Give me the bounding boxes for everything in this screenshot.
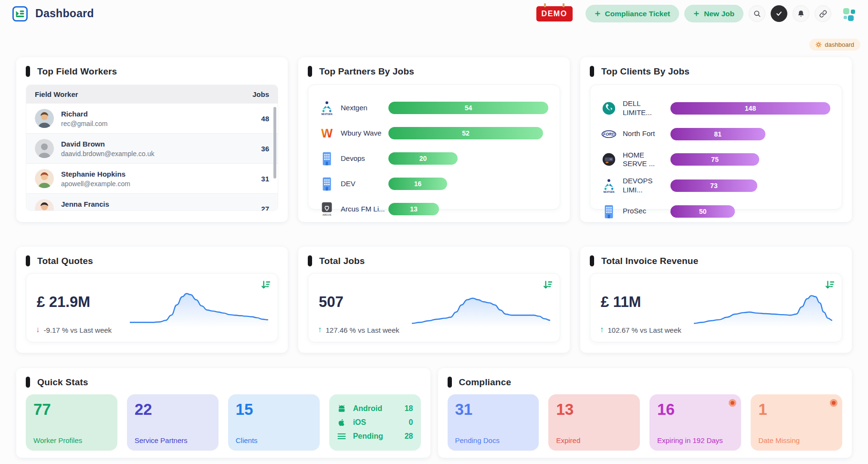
bar: 50 [670,205,735,218]
mobile-stats-tile[interactable]: Android 18 iOS 0 Pending 28 [329,394,421,451]
table-row[interactable]: Stephanie Hopkinsapowell@example.com 31 [26,164,278,194]
bar-row: FORD North Fort 81 [601,126,830,143]
alert-dot [729,399,736,407]
section-title: Total Invoice Revenue [601,256,698,266]
section-pill [590,255,594,266]
svg-text:ARCUS: ARCUS [323,213,332,216]
section-pill [308,66,312,77]
notifications-button[interactable] [793,5,809,22]
tile-label: Pending Docs [455,436,500,444]
bar-value: 148 [745,105,756,112]
demo-badge: DEMO [536,6,573,21]
table-row[interactable]: Jenna Francis 27 [26,194,278,211]
stat-tile-clients[interactable]: 15 Clients [228,394,320,451]
bar: 16 [388,178,447,190]
check-circle-icon [775,10,783,17]
stat-value: £ 21.9M [37,294,90,311]
bar-label: Nextgen [341,104,388,113]
stat-box: £ 11M ↑ 102.67 % vs Last week [590,273,842,342]
card-top-partners: Top Partners By Jobs NEXTGEN Nextgen 54 … [298,57,570,222]
tile-label: Service Partners [135,436,188,444]
worker-jobs: 31 [261,175,269,183]
apps-logo-icon[interactable] [842,6,858,21]
section-title: Total Jobs [319,256,365,266]
bar-row: ProSec 50 [601,203,830,220]
column-jobs: Jobs [252,90,269,98]
section-title: Compliance [459,377,512,388]
bar-row: NEXTGEN Nextgen 54 [319,99,548,116]
trend-arrow: ↓ [36,325,40,335]
tile-value: 1 [758,401,835,419]
partners-bar-chart: NEXTGEN Nextgen 54 W Wbury Wave 52 Devop… [308,84,560,210]
bar: 148 [670,102,830,115]
stat-value: 507 [319,294,344,311]
avatar [35,169,54,188]
bar-label: DELL LIMITE... [623,99,670,117]
tasks-button[interactable] [771,5,787,22]
tile-label: Expired [556,436,580,444]
tile-value: 31 [455,401,532,419]
table-row[interactable]: Richardrec@gmail.com 48 [26,104,278,134]
compliance-tile-date-missing[interactable]: 1 Date Missing [751,394,842,451]
client-logo-icon [601,151,617,168]
partner-logo-icon: ARCUS [319,200,335,218]
search-button[interactable] [749,5,765,22]
bar: 13 [388,203,439,215]
bar-value: 75 [711,156,719,163]
bar-value: 50 [699,208,707,215]
bar-value: 81 [714,130,722,138]
tile-value: 22 [135,401,211,419]
breadcrumb-chip[interactable]: dashboard [809,39,860,51]
worker-jobs: 36 [261,145,269,153]
sparkline [130,286,268,327]
compliance-tile-pending-docs[interactable]: 31 Pending Docs [448,394,539,451]
tile-label: Worker Profiles [33,436,82,444]
client-logo-icon [601,100,617,117]
compliance-tile-expired[interactable]: 13 Expired [548,394,640,451]
stat-value: £ 11M [601,294,641,311]
alert-dot [830,399,837,407]
bar: 81 [670,128,765,140]
bar-label: HOME SERVE ... [623,151,670,169]
breadcrumb-label: dashboard [825,41,854,48]
mobile-row-android: Android 18 [337,404,413,413]
sparkline [412,286,550,327]
avatar [35,139,54,158]
section-title: Top Partners By Jobs [319,66,414,77]
card-total-quotes: Total Quotes £ 21.9M ↓ -9.17 % vs Last w… [16,247,288,353]
card-top-field-workers: Top Field Workers Field Worker Jobs Rich… [16,57,288,222]
svg-text:W: W [321,127,333,140]
svg-text:NEXTGEN: NEXTGEN [604,191,615,193]
compliance-ticket-button[interactable]: Compliance Ticket [586,5,680,22]
client-logo-icon [601,203,617,220]
table-header: Field Worker Jobs [26,85,278,104]
stat-tile-worker-profiles[interactable]: 77 Worker Profiles [26,394,117,451]
bar-value: 13 [410,205,418,213]
bar-value: 20 [419,155,427,162]
avatar [35,109,54,128]
link-button[interactable] [815,5,831,22]
tile-label: Clients [236,436,258,444]
section-pill [26,377,30,388]
worker-email: daavid.brdown@example.co.uk [61,150,261,158]
worker-name: Stephanie Hopkins [61,170,125,178]
card-total-invoice-revenue: Total Invoice Revenue £ 11M ↑ 102.67 % v… [580,247,852,353]
tile-value: 77 [33,401,110,419]
card-compliance: Compliance 31 Pending Docs 13 Expired 16… [438,368,852,458]
plus-icon [693,11,700,17]
stat-tile-service-partners[interactable]: 22 Service Partners [127,394,219,451]
new-job-button[interactable]: New Job [684,5,743,22]
worker-email: apowell@example.com [61,180,261,188]
table-row[interactable]: David Browndaavid.brdown@example.co.uk 3… [26,134,278,164]
bar-row: HOME SERVE ... 75 [601,151,830,169]
bar-label: ProSec [623,207,670,216]
app-header: Dashboard DEMO Compliance Ticket New Job [0,0,868,26]
link-icon [819,10,827,18]
table-scrollbar[interactable] [273,107,276,179]
worker-email [61,210,261,211]
tile-value: 15 [236,401,312,419]
compliance-tile-expiring[interactable]: 16 Expiring in 192 Days [649,394,741,451]
trend-arrow: ↑ [600,325,604,335]
bar-value: 16 [414,180,422,188]
clients-bar-chart: DELL LIMITE... 148 FORD North Fort 81 HO… [590,84,842,210]
